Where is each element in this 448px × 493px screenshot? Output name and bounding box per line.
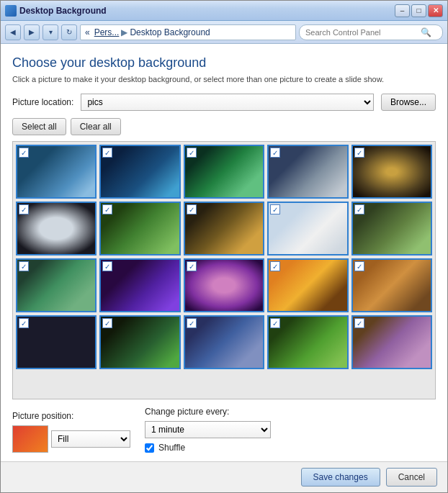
- thumbnail-cell[interactable]: ✓: [267, 145, 348, 199]
- thumbnail-cell[interactable]: ✓: [184, 202, 264, 255]
- position-block: Picture position: Fill Fit Stretch Tile …: [12, 411, 130, 453]
- thumbnail-cell[interactable]: ✓: [351, 315, 432, 369]
- position-row: Fill Fit Stretch Tile Center: [12, 425, 130, 453]
- thumbnail-checkbox[interactable]: ✓: [19, 148, 29, 158]
- cancel-button[interactable]: Cancel: [386, 468, 437, 487]
- breadcrumb-current: Desktop Background: [130, 27, 210, 37]
- title-bar: Desktop Background – □ ✕: [1, 1, 447, 21]
- dropdown-button[interactable]: ▾: [42, 24, 58, 40]
- change-select[interactable]: 10 seconds 30 seconds 1 minute 2 minutes…: [145, 421, 271, 438]
- browse-button[interactable]: Browse...: [381, 94, 436, 111]
- thumbnail-checkbox[interactable]: ✓: [102, 204, 112, 214]
- window-icon: [5, 5, 17, 17]
- thumbnail-checkbox[interactable]: ✓: [102, 148, 112, 158]
- thumbnail-cell[interactable]: ✓: [267, 315, 348, 369]
- location-row: Picture location: pics Browse...: [12, 94, 436, 111]
- bottom-controls: Picture position: Fill Fit Stretch Tile …: [12, 399, 436, 453]
- breadcrumb[interactable]: « Pers... ▶ Desktop Background: [80, 24, 296, 40]
- minimize-button[interactable]: –: [395, 4, 410, 17]
- page-title: Choose your desktop background: [12, 55, 436, 71]
- location-select[interactable]: pics: [81, 94, 374, 111]
- change-label: Change picture every:: [145, 407, 271, 417]
- breadcrumb-parent[interactable]: Pers...: [94, 27, 120, 37]
- breadcrumb-prefix: «: [85, 27, 90, 37]
- save-button[interactable]: Save changes: [301, 468, 380, 487]
- position-label: Picture position:: [12, 411, 130, 421]
- shuffle-checkbox[interactable]: [145, 443, 154, 453]
- thumbnail-cell[interactable]: ✓: [267, 202, 348, 255]
- thumbnail-checkbox[interactable]: ✓: [270, 148, 280, 158]
- window: Desktop Background – □ ✕ ◀ ▶ ▾ ↻ « Pers.…: [0, 0, 448, 493]
- close-button[interactable]: ✕: [428, 4, 443, 17]
- thumbnail-cell[interactable]: ✓: [184, 315, 264, 369]
- thumbnail-checkbox[interactable]: ✓: [354, 261, 364, 271]
- image-grid: ✓✓✓✓✓✓✓✓✓✓✓✓✓✓✓✓✓✓✓✓: [13, 142, 435, 372]
- thumbnail-cell[interactable]: ✓: [351, 202, 432, 255]
- location-label: Picture location:: [12, 97, 73, 107]
- page-subtitle: Click a picture to make it your desktop …: [12, 75, 436, 83]
- position-select[interactable]: Fill Fit Stretch Tile Center: [51, 430, 130, 448]
- forward-button[interactable]: ▶: [24, 24, 40, 40]
- thumbnail-checkbox[interactable]: ✓: [354, 204, 364, 214]
- search-box[interactable]: 🔍: [299, 24, 443, 40]
- thumbnail-checkbox[interactable]: ✓: [354, 148, 364, 158]
- thumbnail-checkbox[interactable]: ✓: [187, 261, 197, 271]
- thumbnail-checkbox[interactable]: ✓: [354, 318, 364, 328]
- thumbnail-checkbox[interactable]: ✓: [19, 204, 29, 214]
- thumbnail-cell[interactable]: ✓: [16, 145, 97, 199]
- thumbnail-cell[interactable]: ✓: [16, 258, 97, 312]
- thumbnail-cell[interactable]: ✓: [16, 315, 97, 369]
- shuffle-row: Shuffle: [145, 443, 271, 453]
- thumbnail-checkbox[interactable]: ✓: [270, 204, 280, 214]
- image-grid-container[interactable]: ✓✓✓✓✓✓✓✓✓✓✓✓✓✓✓✓✓✓✓✓: [12, 141, 436, 399]
- window-title: Desktop Background: [19, 6, 395, 16]
- footer: Save changes Cancel: [1, 461, 447, 492]
- title-bar-controls: – □ ✕: [395, 4, 443, 17]
- thumbnail-checkbox[interactable]: ✓: [102, 318, 112, 328]
- thumbnail-cell[interactable]: ✓: [16, 202, 97, 255]
- address-bar: ◀ ▶ ▾ ↻ « Pers... ▶ Desktop Background 🔍: [1, 21, 447, 44]
- thumbnail-cell[interactable]: ✓: [351, 258, 432, 312]
- thumbnail-checkbox[interactable]: ✓: [187, 318, 197, 328]
- refresh-button[interactable]: ↻: [61, 24, 77, 40]
- select-clear-row: Select all Clear all: [12, 118, 436, 135]
- thumbnail-checkbox[interactable]: ✓: [270, 318, 280, 328]
- thumbnail-checkbox[interactable]: ✓: [187, 204, 197, 214]
- thumbnail-cell[interactable]: ✓: [267, 258, 348, 312]
- thumbnail-checkbox[interactable]: ✓: [102, 261, 112, 271]
- select-all-button[interactable]: Select all: [12, 118, 66, 135]
- thumbnail-checkbox[interactable]: ✓: [19, 261, 29, 271]
- thumbnail-cell[interactable]: ✓: [99, 315, 180, 369]
- thumbnail-cell[interactable]: ✓: [99, 202, 180, 255]
- thumbnail-checkbox[interactable]: ✓: [270, 261, 280, 271]
- clear-all-button[interactable]: Clear all: [71, 118, 121, 135]
- search-input[interactable]: [305, 28, 421, 37]
- thumbnail-cell[interactable]: ✓: [99, 145, 180, 199]
- back-button[interactable]: ◀: [5, 24, 21, 40]
- thumbnail-cell[interactable]: ✓: [99, 258, 180, 312]
- thumbnail-cell[interactable]: ✓: [184, 258, 264, 312]
- thumbnail-cell[interactable]: ✓: [184, 145, 264, 199]
- change-block: Change picture every: 10 seconds 30 seco…: [145, 407, 271, 453]
- position-preview: [12, 425, 48, 453]
- thumbnail-cell[interactable]: ✓: [351, 145, 432, 199]
- breadcrumb-separator: ▶: [121, 27, 127, 37]
- thumbnail-checkbox[interactable]: ✓: [19, 318, 29, 328]
- maximize-button[interactable]: □: [411, 4, 426, 17]
- thumbnail-checkbox[interactable]: ✓: [187, 148, 197, 158]
- main-content: Choose your desktop background Click a p…: [1, 44, 447, 461]
- shuffle-label[interactable]: Shuffle: [158, 443, 185, 453]
- search-icon: 🔍: [421, 27, 431, 37]
